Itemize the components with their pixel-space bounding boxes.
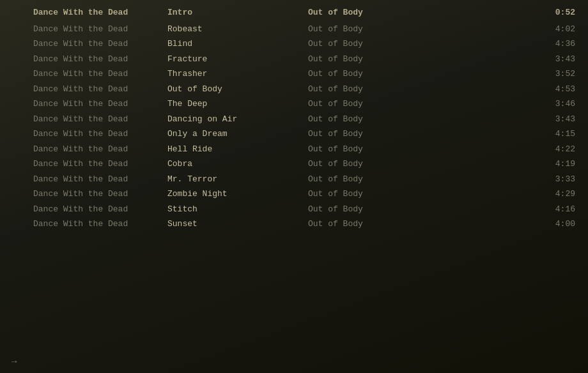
track-album: Out of Body bbox=[308, 98, 449, 110]
track-album: Out of Body bbox=[308, 203, 449, 216]
track-duration: 4:29 bbox=[537, 188, 575, 201]
track-duration: 4:19 bbox=[537, 158, 575, 171]
track-album: Out of Body bbox=[308, 218, 449, 231]
track-title: Stitch bbox=[167, 203, 308, 216]
track-artist: Dance With the Dead bbox=[33, 113, 167, 126]
table-row[interactable]: Dance With the DeadSunsetOut of Body4:00 bbox=[0, 217, 588, 232]
track-title: Zombie Night bbox=[167, 188, 308, 201]
track-list: Dance With the DeadIntroOut of Body0:52D… bbox=[0, 0, 588, 237]
track-album: Out of Body bbox=[308, 158, 449, 171]
track-duration: 3:33 bbox=[537, 173, 575, 186]
table-row[interactable]: Dance With the DeadBlindOut of Body4:36 bbox=[0, 36, 588, 52]
track-duration: 4:16 bbox=[537, 203, 575, 216]
track-duration: 4:15 bbox=[537, 128, 575, 141]
table-row[interactable]: Dance With the DeadHell RideOut of Body4… bbox=[0, 142, 588, 157]
table-row[interactable]: Dance With the DeadRobeastOut of Body4:0… bbox=[0, 22, 588, 37]
track-title: Mr. Terror bbox=[167, 173, 308, 186]
track-artist: Dance With the Dead bbox=[33, 143, 167, 156]
track-artist: Dance With the Dead bbox=[33, 188, 167, 201]
track-title: Dancing on Air bbox=[167, 113, 308, 126]
table-row[interactable]: Dance With the DeadFractureOut of Body3:… bbox=[0, 52, 588, 67]
table-row[interactable]: Dance With the DeadThe DeepOut of Body3:… bbox=[0, 96, 588, 112]
track-title: Only a Dream bbox=[167, 128, 308, 141]
track-artist: Dance With the Dead bbox=[33, 173, 167, 186]
track-duration: 4:36 bbox=[537, 38, 575, 50]
track-title: Fracture bbox=[167, 53, 308, 66]
track-title: Robeast bbox=[167, 23, 308, 36]
track-album: Out of Body bbox=[308, 173, 449, 186]
track-duration: 3:43 bbox=[537, 53, 575, 66]
track-album: Out of Body bbox=[308, 188, 449, 201]
bottom-arrow-indicator: → bbox=[12, 356, 17, 367]
track-artist: Dance With the Dead bbox=[33, 98, 167, 110]
table-row[interactable]: Dance With the DeadThrasherOut of Body3:… bbox=[0, 66, 588, 82]
track-duration: 0:52 bbox=[537, 6, 575, 19]
table-row[interactable]: Dance With the DeadMr. TerrorOut of Body… bbox=[0, 172, 588, 187]
track-title: Blind bbox=[167, 38, 308, 50]
track-duration: 4:02 bbox=[537, 23, 575, 36]
track-artist: Dance With the Dead bbox=[33, 23, 167, 36]
track-title: Out of Body bbox=[167, 83, 308, 96]
table-row[interactable]: Dance With the DeadStitchOut of Body4:16 bbox=[0, 202, 588, 217]
track-duration: 4:53 bbox=[537, 83, 575, 96]
track-duration: 4:00 bbox=[537, 218, 575, 231]
track-artist: Dance With the Dead bbox=[33, 158, 167, 171]
track-artist: Dance With the Dead bbox=[33, 6, 167, 19]
track-title: Intro bbox=[167, 6, 308, 19]
track-artist: Dance With the Dead bbox=[33, 38, 167, 50]
table-row[interactable]: Dance With the DeadIntroOut of Body0:52 bbox=[0, 5, 588, 20]
table-row[interactable]: Dance With the DeadCobraOut of Body4:19 bbox=[0, 156, 588, 172]
track-title: The Deep bbox=[167, 98, 308, 110]
track-album: Out of Body bbox=[308, 6, 449, 19]
track-title: Hell Ride bbox=[167, 143, 308, 156]
table-row[interactable]: Dance With the DeadDancing on AirOut of … bbox=[0, 112, 588, 127]
table-row[interactable]: Dance With the DeadZombie NightOut of Bo… bbox=[0, 187, 588, 202]
track-duration: 3:43 bbox=[537, 113, 575, 126]
track-album: Out of Body bbox=[308, 23, 449, 36]
track-title: Sunset bbox=[167, 218, 308, 231]
track-album: Out of Body bbox=[308, 128, 449, 141]
track-artist: Dance With the Dead bbox=[33, 128, 167, 141]
track-album: Out of Body bbox=[308, 113, 449, 126]
table-row[interactable]: Dance With the DeadOut of BodyOut of Bod… bbox=[0, 82, 588, 97]
track-artist: Dance With the Dead bbox=[33, 218, 167, 231]
track-album: Out of Body bbox=[308, 68, 449, 80]
track-album: Out of Body bbox=[308, 143, 449, 156]
track-artist: Dance With the Dead bbox=[33, 68, 167, 80]
track-duration: 4:22 bbox=[537, 143, 575, 156]
track-album: Out of Body bbox=[308, 38, 449, 50]
track-title: Thrasher bbox=[167, 68, 308, 80]
track-artist: Dance With the Dead bbox=[33, 83, 167, 96]
track-album: Out of Body bbox=[308, 83, 449, 96]
track-artist: Dance With the Dead bbox=[33, 53, 167, 66]
track-duration: 3:52 bbox=[537, 68, 575, 80]
track-title: Cobra bbox=[167, 158, 308, 171]
track-album: Out of Body bbox=[308, 53, 449, 66]
track-duration: 3:46 bbox=[537, 98, 575, 110]
table-row[interactable]: Dance With the DeadOnly a DreamOut of Bo… bbox=[0, 126, 588, 142]
track-artist: Dance With the Dead bbox=[33, 203, 167, 216]
